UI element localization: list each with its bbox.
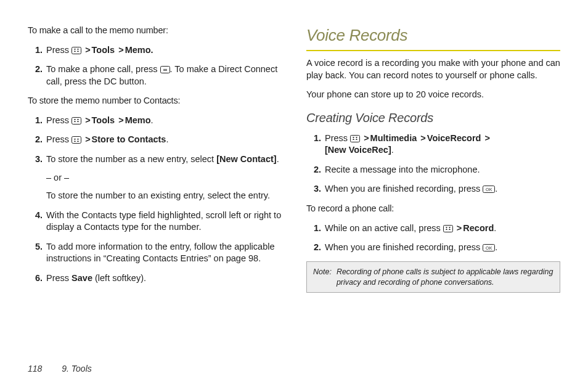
path-memo: Memo. [125,45,153,55]
text: Press [46,45,71,55]
voice-records-desc: A voice record is a recording you make w… [306,57,560,81]
save-label: Save [71,273,92,283]
path-tools: Tools [92,45,115,55]
menu-key-icon [71,47,81,54]
subheading-creating: Creating Voice Records [306,110,560,126]
chevron-right-icon: > [455,223,463,233]
talk-key-icon [160,66,170,73]
text: Press [325,133,350,143]
note-text: Recording of phone calls is subject to a… [337,267,553,288]
lead-make-call: To make a call to the memo number: [28,25,282,37]
path-voicerecord: VoiceRecord [427,133,481,143]
menu-key-icon [350,135,360,142]
chevron-right-icon: > [419,133,427,143]
lead-record-call: To record a phone call: [306,203,560,215]
new-contact-label: [New Contact] [216,154,276,164]
page-footer: 118 9. Tools [28,363,92,375]
voice-records-capacity: Your phone can store up to 20 voice reco… [306,89,560,101]
chevron-right-icon: > [84,134,91,144]
list-item: Press >Tools >Memo. [45,44,282,57]
chevron-right-icon: > [117,45,125,55]
chevron-right-icon: > [483,133,491,143]
right-column: Voice Records A voice record is a record… [306,25,560,293]
path-record: Record [463,223,494,233]
text: To store the number to an existing entry… [46,190,282,202]
list-item: Press >Tools >Memo. [45,115,282,127]
menu-key-icon [71,136,81,144]
text: . [495,184,497,194]
creating-steps: Press >Multimedia >VoiceRecord >[New Voi… [306,133,560,195]
menu-key-icon [71,117,81,125]
note-box: Note: Recording of phone calls is subjec… [306,261,560,293]
path-tools: Tools [92,115,115,125]
chevron-right-icon: > [84,115,91,125]
text: . [495,242,497,252]
store-contacts-steps: Press >Tools >Memo. Press >Store to Cont… [28,115,282,285]
menu-key-icon [443,225,453,232]
list-item: Press >Multimedia >VoiceRecord >[New Voi… [324,133,560,157]
path-memo: Memo [125,115,151,125]
ok-key-icon [483,244,495,251]
path-multimedia: Multimedia [370,133,417,143]
text: (left softkey). [92,273,146,283]
text: Press [46,134,71,144]
path-new-voicerec: [New VoiceRec] [325,145,391,155]
text: When you are finished recording, press [325,184,483,194]
list-item: Recite a message into the microphone. [324,164,560,176]
text: Press [46,273,71,283]
list-item: To make a phone call, press . To make a … [45,63,282,88]
ok-key-icon [483,186,495,193]
list-item: When you are finished recording, press . [324,242,560,254]
make-call-steps: Press >Tools >Memo. To make a phone call… [28,44,282,88]
list-item: Press >Store to Contacts. [45,134,282,146]
or-divider: – or – [46,172,282,184]
page-number: 118 [28,364,59,374]
chevron-right-icon: > [117,115,125,125]
chapter-label: 9. Tools [62,364,92,374]
record-call-steps: While on an active call, press >Record. … [306,223,560,254]
text: To store the number as a new entry, sele… [46,154,216,164]
text: Press [46,115,71,125]
list-item: Press Save (left softkey). [45,272,282,285]
list-item: To add more information to the entry, fo… [45,241,282,265]
list-item: With the Contacts type field highlighted… [45,210,282,234]
left-column: To make a call to the memo number: Press… [28,25,282,293]
text: While on an active call, press [325,223,443,233]
section-heading-voice-records: Voice Records [306,25,560,46]
lead-store-contacts: To store the memo number to Contacts: [28,95,282,107]
chevron-right-icon: > [84,45,91,55]
note-label: Note: [313,267,332,288]
chevron-right-icon: > [362,133,370,143]
path-store: Store to Contacts [92,134,166,144]
text: To make a phone call, press [46,64,160,74]
text: When you are finished recording, press [325,242,483,252]
list-item: To store the number as a new entry, sele… [45,153,282,202]
list-item: While on an active call, press >Record. [324,223,560,235]
list-item: When you are finished recording, press . [324,183,560,195]
section-rule [306,50,560,51]
